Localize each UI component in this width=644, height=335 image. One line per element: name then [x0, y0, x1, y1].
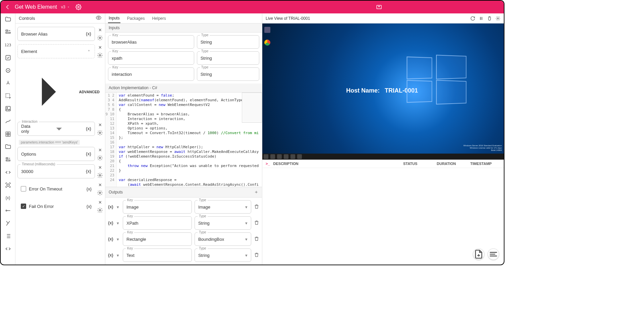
- delete-icon[interactable]: [254, 252, 259, 259]
- timeout-float: Timeout (milliseconds): [20, 162, 57, 166]
- scan-icon[interactable]: [5, 182, 11, 188]
- input-key-field[interactable]: Key browserAlias: [108, 35, 194, 49]
- chevron-down-icon[interactable]: ▾: [117, 221, 120, 226]
- delete-icon[interactable]: [254, 220, 259, 226]
- element-field[interactable]: Element: [17, 44, 95, 58]
- chevron-down-icon[interactable]: ▾: [117, 253, 120, 258]
- remove-icon[interactable]: ✕: [97, 182, 103, 188]
- svg-point-9: [8, 70, 8, 71]
- variable-badge: {x}: [86, 169, 91, 174]
- branch-icon[interactable]: [5, 80, 11, 87]
- gear-icon[interactable]: [97, 207, 103, 213]
- fail-on-error-field[interactable]: ✓ Fail On Error {x}: [17, 201, 95, 212]
- document-fab[interactable]: [473, 248, 484, 260]
- options-label: Options: [21, 152, 36, 157]
- folder-icon[interactable]: [5, 16, 11, 23]
- output-key-field[interactable]: Key XPath: [123, 216, 192, 230]
- input-type-field[interactable]: Type String: [197, 35, 259, 49]
- version-selector[interactable]: v3: [61, 5, 70, 9]
- chevron-down-icon[interactable]: ▾: [245, 221, 248, 226]
- number-icon[interactable]: 123: [5, 42, 11, 48]
- folder2-icon[interactable]: [5, 144, 11, 150]
- svg-point-23: [99, 175, 101, 176]
- output-type-field[interactable]: Type String ▾: [195, 216, 251, 230]
- options-field[interactable]: Options {x}: [17, 147, 95, 161]
- chevron-down-icon[interactable]: ▾: [245, 237, 248, 242]
- output-type-field[interactable]: Type BoundingBox ▾: [195, 232, 251, 246]
- variable-icon[interactable]: {x}: [5, 194, 11, 201]
- checkbox-icon[interactable]: [5, 54, 11, 61]
- mouse-icon[interactable]: [487, 15, 492, 21]
- back-button[interactable]: [5, 4, 11, 10]
- output-key-field[interactable]: Key Rectangle: [123, 232, 192, 246]
- output-key-field[interactable]: Key Text: [123, 248, 192, 262]
- svg-point-0: [77, 6, 79, 8]
- refresh-icon[interactable]: [470, 15, 475, 21]
- remove-icon[interactable]: ✕: [97, 199, 103, 205]
- image-icon[interactable]: [5, 105, 11, 112]
- export-icon[interactable]: [376, 4, 382, 10]
- advanced-toggle[interactable]: ADVANCED: [17, 62, 103, 122]
- checkbox-icon[interactable]: [21, 186, 26, 191]
- svg-rect-26: [480, 17, 481, 20]
- switch-icon[interactable]: [5, 207, 11, 214]
- code-icon[interactable]: [5, 169, 11, 176]
- output-key-field[interactable]: Key Image: [123, 200, 192, 214]
- input-type-field[interactable]: Type String: [197, 67, 259, 81]
- interaction-value: Data only: [21, 124, 34, 134]
- gear-icon[interactable]: [97, 130, 103, 136]
- remove-icon[interactable]: ✕: [97, 164, 103, 170]
- col-description: DESCRIPTION: [273, 162, 299, 166]
- chevron-down-icon[interactable]: ▾: [245, 253, 248, 258]
- col-timestamp: TIMESTAMP: [470, 162, 500, 166]
- remote-desktop-view[interactable]: Host Name: TRIAL-0001 Windows Server 201…: [262, 23, 504, 160]
- minimap[interactable]: [242, 93, 262, 123]
- target-icon[interactable]: [5, 67, 11, 74]
- select-icon[interactable]: [5, 93, 11, 99]
- gear-icon[interactable]: [97, 172, 103, 178]
- remove-icon[interactable]: ✕: [97, 27, 103, 33]
- controls-panel: Controls Browser Alias {x} ✕ Ele: [15, 13, 105, 265]
- chevron-down-icon[interactable]: ▾: [245, 205, 248, 210]
- output-type-field[interactable]: Type String ▾: [195, 248, 251, 262]
- list-icon[interactable]: [5, 233, 11, 239]
- gear-icon[interactable]: [97, 155, 103, 161]
- visibility-icon[interactable]: [96, 15, 102, 22]
- merge-icon[interactable]: [5, 220, 11, 227]
- code2-icon[interactable]: [5, 245, 11, 252]
- layout-icon[interactable]: [5, 29, 11, 36]
- chevron-down-icon[interactable]: ▾: [117, 205, 120, 210]
- pause-icon[interactable]: [479, 15, 484, 21]
- chevron-down-icon[interactable]: ▾: [117, 237, 120, 242]
- variable-badge: {x}: [86, 152, 91, 156]
- curve-icon[interactable]: [5, 118, 11, 125]
- input-key-field[interactable]: Key xpath: [108, 51, 194, 65]
- stack-icon[interactable]: [5, 156, 11, 163]
- grid-icon[interactable]: [5, 131, 11, 137]
- input-type-field[interactable]: Type String: [197, 51, 259, 65]
- add-output-icon[interactable]: ＋: [254, 189, 259, 195]
- output-type-field[interactable]: Type Image ▾: [195, 200, 251, 214]
- browser-alias-field[interactable]: Browser Alias {x}: [17, 27, 95, 41]
- menu-fab[interactable]: [488, 248, 499, 260]
- checkbox-icon[interactable]: ✓: [21, 204, 26, 209]
- code-editor[interactable]: 1 2 3 4 5 6 7 8 9 10 11 12 13 14 15 16 1…: [105, 93, 262, 187]
- tab-inputs[interactable]: Inputs: [108, 14, 120, 23]
- error-on-timeout-field[interactable]: Error On Timeout {x}: [17, 183, 95, 194]
- tab-helpers[interactable]: Helpers: [151, 14, 166, 23]
- svg-point-18: [98, 17, 100, 19]
- gear-icon[interactable]: [97, 35, 103, 41]
- remove-icon[interactable]: ✕: [97, 147, 103, 153]
- remove-icon[interactable]: ✕: [97, 122, 103, 128]
- delete-icon[interactable]: [254, 204, 259, 210]
- input-key-field[interactable]: Key interaction: [108, 67, 194, 81]
- gear-icon[interactable]: [97, 190, 103, 196]
- settings-icon[interactable]: [75, 4, 82, 10]
- settings2-icon[interactable]: [495, 15, 500, 21]
- interaction-field[interactable]: Interaction Data only {x}: [17, 122, 95, 136]
- timeout-field[interactable]: Timeout (milliseconds) 30000 {x}: [17, 164, 95, 178]
- remove-icon[interactable]: ✕: [97, 44, 103, 50]
- gear-icon[interactable]: [97, 52, 103, 58]
- delete-icon[interactable]: [254, 236, 259, 242]
- tab-packages[interactable]: Packages: [126, 14, 146, 23]
